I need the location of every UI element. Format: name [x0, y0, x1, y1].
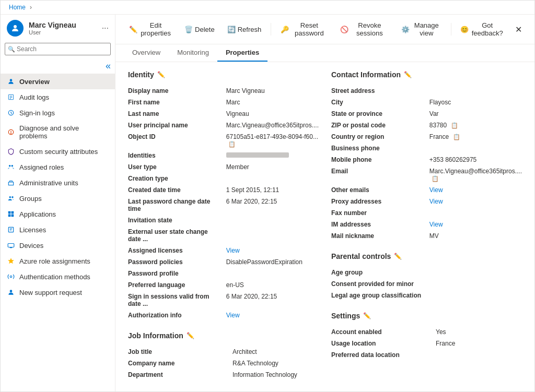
search-input[interactable]: [5, 43, 111, 55]
copy-email-icon[interactable]: 📋: [432, 175, 439, 182]
copy-zip-icon[interactable]: 📋: [451, 122, 458, 128]
tab-properties[interactable]: Properties: [217, 44, 268, 62]
svg-point-0: [14, 25, 17, 28]
applications-icon: [7, 210, 15, 218]
settings-edit-icon[interactable]: ✏️: [363, 312, 371, 319]
sidebar-item-overview[interactable]: Overview: [1, 74, 115, 89]
sidebar-item-label: Assigned roles: [19, 163, 64, 171]
home-link[interactable]: Home: [9, 4, 26, 11]
sidebar-item-sign-in-logs[interactable]: Sign-in logs: [1, 105, 115, 121]
sidebar-item-label: Sign-in logs: [19, 109, 55, 117]
svg-rect-16: [11, 211, 14, 214]
tab-monitoring[interactable]: Monitoring: [169, 44, 217, 62]
table-row: Email Marc.Vigneau@office365itpros.... 📋: [331, 165, 522, 184]
table-row: Street address: [331, 85, 522, 97]
overview-icon: [7, 77, 15, 86]
feedback-icon: 😊: [460, 26, 469, 33]
table-row: Account enabled Yes: [331, 326, 522, 338]
tab-overview[interactable]: Overview: [124, 44, 169, 62]
edit-icon: ✏️: [129, 26, 137, 33]
table-row: Legal age group classification: [331, 290, 522, 301]
svg-point-9: [10, 133, 11, 134]
refresh-icon: 🔄: [227, 26, 236, 33]
job-edit-icon[interactable]: ✏️: [187, 332, 194, 339]
sidebar-item-licenses[interactable]: Licenses: [1, 222, 115, 237]
custom-security-icon: [7, 147, 15, 156]
svg-point-26: [10, 276, 12, 278]
collapse-button[interactable]: «: [1, 58, 115, 74]
job-section-title: Job Information ✏️: [128, 331, 319, 340]
sidebar-item-audit-logs[interactable]: Audit logs: [1, 89, 115, 105]
table-row: Job title Architect: [128, 346, 319, 358]
breadcrumb-chevron: ›: [30, 4, 32, 11]
table-row: Password policies DisablePasswordExpirat…: [128, 256, 319, 268]
sidebar-item-admin-units[interactable]: Administrative units: [1, 175, 115, 191]
sidebar-item-azure-roles[interactable]: Azure role assignments: [1, 253, 115, 269]
admin-units-icon: [7, 179, 15, 187]
svg-point-14: [11, 196, 14, 198]
sidebar-item-groups[interactable]: Groups: [1, 191, 115, 206]
svg-marker-25: [8, 258, 14, 264]
identity-bar: [226, 152, 289, 158]
revoke-icon: 🚫: [340, 26, 348, 33]
table-row: Display name Marc Vigneau: [128, 85, 319, 97]
table-row: Age group: [331, 267, 522, 278]
table-row: Preferred language en-US: [128, 279, 319, 291]
authorization-info-link[interactable]: View: [226, 312, 240, 319]
sidebar-item-auth-methods[interactable]: Authentication methods: [1, 269, 115, 284]
table-row: Mobile phone +353 860262975: [331, 154, 522, 165]
left-column: Identity ✏️ Display name Marc Vigneau Fi: [128, 70, 319, 381]
sidebar-user-role: User: [29, 29, 97, 35]
svg-rect-18: [11, 215, 14, 217]
sidebar-item-label: Diagnose and solve problems: [19, 124, 109, 140]
sidebar-item-diagnose[interactable]: Diagnose and solve problems: [1, 121, 115, 144]
feedback-button[interactable]: 😊 Got feedback?: [455, 19, 509, 40]
parental-edit-icon[interactable]: ✏️: [394, 253, 402, 260]
support-icon: [7, 288, 15, 296]
delete-button[interactable]: 🗑️ Delete: [179, 23, 220, 36]
refresh-button[interactable]: 🔄 Refresh: [222, 23, 267, 36]
sidebar-item-label: Audit logs: [19, 93, 49, 101]
table-row: User type Member: [128, 161, 319, 173]
parental-table: Age group Consent provided for minor Leg…: [331, 267, 522, 301]
identity-table: Display name Marc Vigneau First name Mar…: [128, 85, 319, 321]
manage-view-button[interactable]: ⚙️ Manage view: [396, 19, 446, 40]
copy-object-id-icon[interactable]: 📋: [228, 141, 236, 147]
sidebar-item-label: Groups: [19, 195, 42, 203]
sidebar-item-devices[interactable]: Devices: [1, 237, 115, 253]
sidebar-search-wrapper: 🔍: [1, 40, 115, 58]
reset-password-button[interactable]: 🔑 Reset password: [275, 19, 333, 40]
sidebar-item-support[interactable]: New support request: [1, 284, 115, 300]
edit-properties-button[interactable]: ✏️ Edit properties: [124, 19, 177, 40]
main-panel: ✏️ Edit properties 🗑️ Delete 🔄 Refresh 🔑…: [115, 15, 534, 391]
sidebar-item-assigned-roles[interactable]: Assigned roles: [1, 159, 115, 175]
im-addresses-link[interactable]: View: [429, 221, 443, 228]
azure-roles-icon: [7, 257, 15, 265]
revoke-sessions-button[interactable]: 🚫 Revoke sessions: [335, 19, 394, 40]
other-emails-link[interactable]: View: [429, 186, 443, 194]
identity-section-title: Identity ✏️: [128, 70, 319, 79]
toolbar: ✏️ Edit properties 🗑️ Delete 🔄 Refresh 🔑…: [115, 15, 534, 44]
contact-edit-icon[interactable]: ✏️: [404, 71, 412, 78]
svg-point-1: [10, 79, 13, 81]
copy-country-icon[interactable]: 📋: [453, 134, 460, 140]
assigned-licenses-link[interactable]: View: [226, 247, 240, 254]
job-table: Job title Architect Company name R&A Tec…: [128, 346, 319, 381]
sidebar-item-applications[interactable]: Applications: [1, 206, 115, 222]
manage-view-icon: ⚙️: [401, 26, 410, 33]
sidebar-item-label: New support request: [19, 289, 82, 296]
close-button[interactable]: ✕: [511, 22, 526, 37]
sidebar-nav: Overview Audit logs Sign-in logs: [1, 74, 115, 391]
table-row: State or province Var: [331, 108, 522, 120]
sidebar-item-label: Authentication methods: [19, 273, 90, 281]
svg-point-10: [9, 165, 11, 167]
right-column: Contact Information ✏️ Street address C: [331, 70, 522, 381]
sidebar-more-icon[interactable]: ···: [102, 23, 109, 33]
table-row: City Flayosc: [331, 97, 522, 108]
identity-edit-icon[interactable]: ✏️: [157, 71, 165, 78]
proxy-addresses-link[interactable]: View: [429, 198, 443, 205]
sidebar-user-name: Marc Vigneau: [29, 21, 97, 29]
sidebar-item-custom-security[interactable]: Custom security attributes: [1, 144, 115, 159]
table-row: Last password change date time 6 Mar 202…: [128, 196, 319, 215]
avatar: [7, 20, 24, 37]
